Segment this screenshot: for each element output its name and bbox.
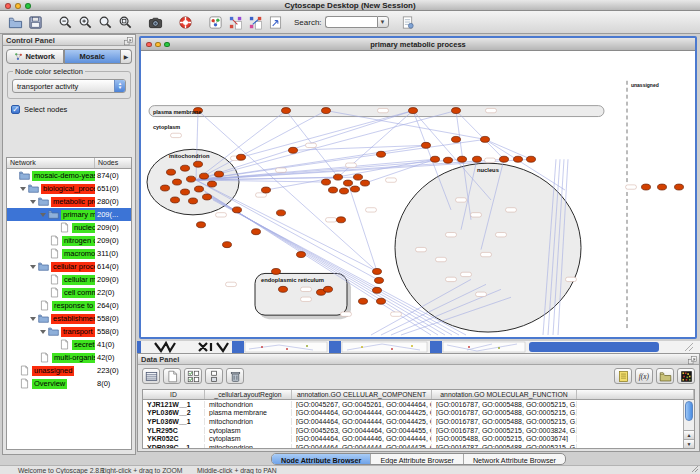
scrollbar-thumb[interactable] (685, 401, 693, 421)
network-node[interactable] (189, 198, 198, 204)
cell[interactable]: YKR052C (143, 435, 205, 442)
table-row[interactable]: YJR121W__1mitochondrion[GO:0045267, GO:0… (143, 400, 694, 409)
resize-grip-icon[interactable] (691, 465, 699, 473)
zoom-out-button[interactable] (56, 13, 74, 31)
cell[interactable]: YJR121W__1 (143, 401, 205, 408)
cell[interactable]: [GO:0044464, GO:0044444, GO:0044425, G..… (292, 444, 432, 449)
network-node[interactable] (262, 187, 271, 193)
network-node[interactable] (527, 156, 536, 162)
network-node[interactable] (373, 268, 382, 274)
float-panel-icon[interactable] (688, 356, 697, 365)
tab-mosaic[interactable]: Mosaic (64, 49, 122, 64)
network-node[interactable] (359, 298, 368, 304)
zoom-in-button[interactable] (76, 13, 94, 31)
vizmapper-button[interactable] (206, 13, 224, 31)
cell[interactable]: YDR039C__1 (143, 444, 205, 449)
tree-row-mosaic-demo-yeast[interactable]: mosaic-demo-yeast874(0) (7, 169, 131, 182)
help-button[interactable] (176, 13, 194, 31)
network-node[interactable] (200, 173, 209, 179)
network-node[interactable] (329, 187, 338, 193)
float-panel-icon[interactable] (124, 37, 133, 46)
network-node[interactable] (377, 151, 386, 157)
network-node[interactable] (340, 188, 349, 194)
cell[interactable]: [GO:0045267, GO:0045261, GO:0044464, G..… (292, 401, 432, 408)
open-attribute-file-button[interactable] (656, 368, 674, 384)
select-nodes-checkbox[interactable]: ✓ (11, 105, 20, 114)
expand-arrow-icon[interactable] (40, 330, 46, 334)
tree-row-cell-communicat[interactable]: cell communicat22(0) (7, 286, 131, 299)
column-header-3[interactable]: annotation.GO MOLECULAR_FUNCTION (432, 390, 577, 399)
cell[interactable]: YPL036W__2 (143, 409, 205, 416)
network-node[interactable] (351, 186, 360, 192)
network-node[interactable] (337, 217, 346, 223)
network-node[interactable] (277, 210, 286, 216)
new-document-button[interactable] (399, 13, 417, 31)
network-node[interactable] (203, 194, 212, 200)
cell[interactable]: [GO:0016787, GO:0005488, GO:0005215, G..… (432, 418, 577, 425)
annotation-button[interactable] (266, 13, 284, 31)
network-node[interactable] (279, 286, 288, 292)
network-node[interactable] (324, 286, 333, 292)
network-node[interactable] (161, 185, 170, 191)
expand-arrow-icon[interactable] (40, 213, 46, 217)
zoom-fit-button[interactable] (116, 13, 134, 31)
network-graph[interactable]: plasma membranecytoplasmmitochondrionnuc… (141, 51, 695, 337)
delete-attribute-button[interactable] (226, 368, 244, 384)
table-scrollbar[interactable]: ▲ ▼ (683, 400, 694, 448)
table-row[interactable]: YPL036W__2plasma membrane[GO:0044464, GO… (143, 409, 694, 418)
network-node[interactable] (377, 298, 386, 304)
search-dropdown-icon[interactable]: ▼ (377, 16, 389, 28)
save-session-button[interactable] (26, 13, 44, 31)
network-node[interactable] (322, 108, 331, 114)
cell[interactable]: YPL036W__1 (143, 418, 205, 425)
tree-row-response-to-stimulu[interactable]: response to stimulu264(0) (7, 299, 131, 312)
network-node[interactable] (452, 108, 461, 114)
network-node[interactable] (233, 207, 242, 213)
cell[interactable]: mitochondrion (205, 418, 292, 425)
network-node[interactable] (171, 197, 180, 203)
table-row[interactable]: YLR295Ccytoplasm[GO:0045263, GO:0044464,… (143, 426, 694, 435)
attribute-table-button[interactable] (142, 368, 160, 384)
expand-arrow-icon[interactable] (30, 200, 36, 204)
table-row[interactable]: YDR039C__1mitochondrion[GO:0044464, GO:0… (143, 443, 694, 449)
network-node[interactable] (458, 156, 467, 162)
network-node[interactable] (167, 169, 176, 175)
network-node[interactable] (282, 108, 291, 114)
expand-arrow-icon[interactable] (30, 265, 36, 269)
cell[interactable]: [GO:0044464, GO:0044444, GO:0044425, G..… (292, 409, 432, 416)
import-attributes-button[interactable] (614, 368, 632, 384)
network-node[interactable] (237, 154, 246, 160)
tree-row-multi-organism-pro[interactable]: multi-organism pro42(0) (7, 351, 131, 364)
tree-row-secretion[interactable]: secretion41(0) (7, 338, 131, 351)
cell[interactable]: [GO:0016787, GO:0005488, GO:0005215, G..… (432, 401, 577, 408)
network-node[interactable] (481, 136, 490, 142)
cell[interactable]: [GO:0005488, GO:0005215, GO:0003674] (432, 435, 577, 442)
cell[interactable]: mitochondrion (205, 444, 292, 449)
network-node[interactable] (452, 136, 461, 142)
tree-row-nucleobase-[interactable]: nucleobase-209(0) (7, 221, 131, 234)
network-canvas[interactable]: plasma membranecytoplasmmitochondrionnuc… (141, 51, 695, 337)
matrix-heatmap-button[interactable] (677, 368, 695, 384)
tree-row-unassigned[interactable]: unassigned223(0) (7, 364, 131, 377)
search-input[interactable] (325, 16, 377, 28)
network-node[interactable] (187, 176, 196, 182)
network-node[interactable] (223, 242, 232, 248)
tree-row-establishment-of-lo[interactable]: establishment of lo558(0) (7, 312, 131, 325)
network-node[interactable] (373, 287, 382, 293)
column-header-1[interactable]: _cellularLayoutRegion (205, 390, 292, 399)
network-node[interactable] (642, 184, 651, 190)
tree-row-biological-process[interactable]: biological_process651(0) (7, 182, 131, 195)
network-node[interactable] (514, 156, 523, 162)
cell[interactable]: cytoplasm (205, 435, 292, 442)
network-node[interactable] (361, 180, 370, 186)
cell[interactable]: [GO:0016787, GO:0005488, GO:0005215, G..… (432, 444, 577, 449)
tree-row-metabolic-process[interactable]: metabolic process280(0) (7, 195, 131, 208)
network-node[interactable] (409, 108, 418, 114)
column-header-0[interactable]: ID (143, 390, 205, 399)
cell[interactable]: [GO:0044464, GO:0044444, GO:0044425, G..… (292, 418, 432, 425)
network-node[interactable] (289, 147, 298, 153)
network-node[interactable] (334, 174, 343, 180)
tab-network-attribute-browser[interactable]: Network Attribute Browser (464, 454, 565, 464)
zoom-selected-button[interactable] (96, 13, 114, 31)
table-row[interactable]: YKR052Ccytoplasm[GO:0044464, GO:0044446,… (143, 434, 694, 443)
